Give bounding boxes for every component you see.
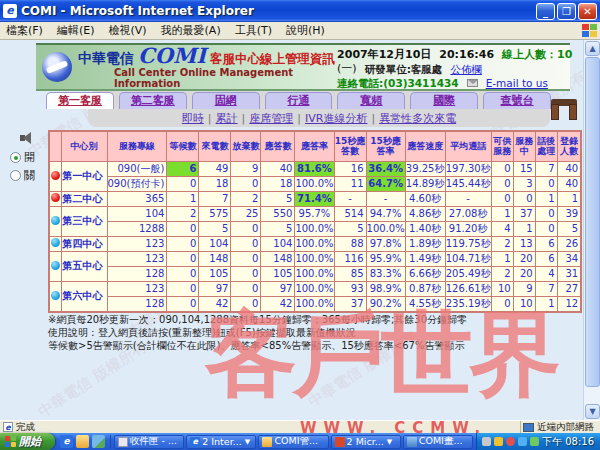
menu-bar: 檔案(F)編輯(E)檢視(V)我的最愛(A)工具(T)說明(H) <box>0 22 600 40</box>
stat-cell: 1 <box>535 191 557 206</box>
tab-寬頻[interactable]: 寬頻 <box>337 92 405 109</box>
stat-cell: 5 <box>261 221 295 236</box>
status-dot-icon <box>51 193 60 202</box>
stat-cell: 20 <box>513 266 535 281</box>
menu-item[interactable]: 說明(H) <box>286 23 325 38</box>
security-tray-icon[interactable] <box>494 437 503 446</box>
minimize-button[interactable]: _ <box>536 3 555 20</box>
window-titlebar: e COMI - Microsoft Internet Explorer _ ❐… <box>0 0 600 22</box>
subnav-link[interactable]: IVR進線分析 <box>305 112 367 125</box>
scroll-up-arrow-icon[interactable]: ▲ <box>585 41 600 56</box>
tab-第二客服[interactable]: 第二客服 <box>119 92 187 109</box>
stat-cell: 0 <box>167 221 199 236</box>
tab-行通[interactable]: 行通 <box>265 92 333 109</box>
menu-item[interactable]: 編輯(E) <box>57 23 95 38</box>
email-link[interactable]: E-mail to us <box>486 76 548 90</box>
service-line-cell: 090(一般) <box>107 161 167 176</box>
sound-on-option[interactable]: 開 <box>10 150 50 165</box>
stat-cell: 1.89秒 <box>405 236 445 251</box>
subnav-link[interactable]: 即時 <box>182 112 204 125</box>
windows-logo-icon <box>582 24 598 38</box>
windows-flag-icon <box>5 436 16 447</box>
stat-cell: 100.0% <box>295 281 334 296</box>
tab-國際[interactable]: 國際 <box>410 92 478 109</box>
group-caret-icon: ▼ <box>387 438 392 446</box>
taskbar-button[interactable]: COMI管... <box>258 435 328 449</box>
banner-info: 2007年12月10日 20:16:46 線上人數：10 (一) 研發單位:客服… <box>335 45 578 89</box>
taskbar-button[interactable]: 收件匣 - ... <box>114 435 184 449</box>
taskbar-button[interactable]: COMI畫... <box>403 435 473 449</box>
stat-cell: 4 <box>491 221 513 236</box>
center-name-cell: 第一中心 <box>61 161 107 191</box>
taskbar-button[interactable]: e2 Inter...▼ <box>186 435 256 449</box>
tab-固網[interactable]: 固網 <box>192 92 260 109</box>
taskbar-button[interactable]: 2 Micr...▼ <box>331 435 401 449</box>
column-header: 中心別 <box>61 131 107 161</box>
subnav-link[interactable]: 異常性多次來電 <box>379 112 456 125</box>
scrollbar-thumb[interactable] <box>585 57 600 387</box>
stat-cell: 26 <box>557 236 581 251</box>
network-tray-icon[interactable] <box>518 437 527 446</box>
modem-tray-icon[interactable] <box>482 437 491 446</box>
menu-item[interactable]: 檢視(V) <box>108 23 146 38</box>
table-row: 090(預付卡)018018100.0%1164.7%14.89秒145.44秒… <box>49 176 581 191</box>
stat-cell: 49 <box>199 161 231 176</box>
stat-cell: 2 <box>491 236 513 251</box>
stat-cell: 3 <box>513 176 535 191</box>
taskbar-button-label: COMI管... <box>274 435 318 448</box>
stat-cell: 37 <box>334 296 366 312</box>
stat-cell: - <box>445 191 491 206</box>
stat-cell: 13 <box>513 236 535 251</box>
footnotes: ※網頁每20秒更新一次；090,104,1288資料每15分鐘歸零；365每小時… <box>48 313 572 352</box>
subnav-link[interactable]: 座席管理 <box>249 112 293 125</box>
doc-icon <box>335 437 345 447</box>
sound-on-radio[interactable] <box>10 152 21 163</box>
stat-cell: 1.49秒 <box>405 251 445 266</box>
antivirus-tray-icon[interactable] <box>506 437 515 446</box>
ie-icon: e <box>190 437 200 447</box>
service-line-cell: 123 <box>107 281 167 296</box>
subnav-separator: | <box>297 112 301 125</box>
bulletin-board-link[interactable]: 公佈欄 <box>450 62 482 76</box>
scroll-down-arrow-icon[interactable]: ▼ <box>585 404 600 419</box>
table-row: 第一中心090(一般)64994081.6%1636.4%39.25秒197.3… <box>49 161 581 176</box>
stat-cell: 4.60秒 <box>405 191 445 206</box>
sound-off-option[interactable]: 關 <box>10 168 50 183</box>
stat-cell: 0 <box>491 191 513 206</box>
stat-cell: 119.75秒 <box>445 236 491 251</box>
stat-cell: 40 <box>557 176 581 191</box>
tab-查號台[interactable]: 查號台 <box>483 92 551 109</box>
subnav-link[interactable]: 累計 <box>216 112 238 125</box>
maximize-button[interactable]: ❐ <box>557 3 576 20</box>
sound-off-radio[interactable] <box>10 170 21 181</box>
column-header: 15秒應答率 <box>366 131 405 161</box>
start-button[interactable]: 開始 <box>0 433 55 450</box>
menu-item[interactable]: 工具(T) <box>235 23 272 38</box>
vertical-scrollbar[interactable]: ▲ ▼ <box>583 40 600 420</box>
stat-cell: 37 <box>513 206 535 221</box>
online-users-count: 線上人數：10 <box>502 48 572 62</box>
stat-cell: 2 <box>231 191 261 206</box>
stat-cell: 11 <box>334 176 366 191</box>
tab-第一客服[interactable]: 第一客服 <box>46 92 114 109</box>
close-button[interactable]: ✕ <box>578 3 597 20</box>
ie-quicklaunch-icon[interactable]: e <box>60 435 73 448</box>
column-header: 服務專線 <box>107 131 167 161</box>
taskbar-button-label: 2 Inter... <box>202 436 242 447</box>
schedule-tray-icon[interactable] <box>530 437 539 446</box>
stat-cell: 514 <box>334 206 366 221</box>
stat-cell: 18 <box>199 176 231 191</box>
show-desktop-icon[interactable] <box>92 435 105 448</box>
speaker-icon <box>20 132 34 144</box>
menu-item[interactable]: 我的最愛(A) <box>161 23 221 38</box>
stat-cell: 0 <box>231 176 261 191</box>
folder-quicklaunch-icon[interactable] <box>76 435 89 448</box>
column-header: 應答數 <box>261 131 295 161</box>
stat-cell: 550 <box>261 206 295 221</box>
stat-cell: 2 <box>167 206 199 221</box>
stat-cell: 40 <box>557 161 581 176</box>
stat-cell: 235.19秒 <box>445 296 491 312</box>
stat-cell: 0 <box>491 161 513 176</box>
menu-item[interactable]: 檔案(F) <box>6 23 43 38</box>
stat-cell: 116 <box>334 251 366 266</box>
